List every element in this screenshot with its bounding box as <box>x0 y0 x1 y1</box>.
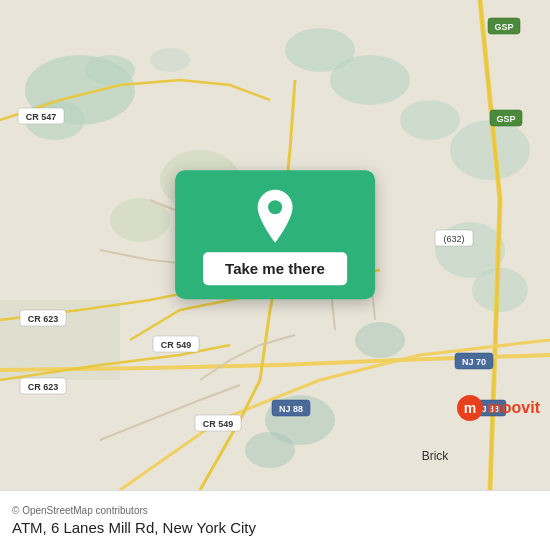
popup-card: Take me there <box>175 170 375 299</box>
take-me-there-button[interactable]: Take me there <box>203 252 347 285</box>
svg-text:m: m <box>463 400 475 416</box>
svg-text:Brick: Brick <box>422 449 450 463</box>
svg-text:CR 549: CR 549 <box>203 419 234 429</box>
svg-point-3 <box>85 55 135 85</box>
svg-point-7 <box>400 100 460 140</box>
svg-text:CR 549: CR 549 <box>161 340 192 350</box>
svg-text:CR 623: CR 623 <box>28 314 59 324</box>
svg-point-4 <box>150 48 190 72</box>
svg-point-11 <box>355 322 405 358</box>
svg-point-8 <box>450 120 530 180</box>
svg-text:CR 623: CR 623 <box>28 382 59 392</box>
svg-text:GSP: GSP <box>494 22 513 32</box>
map-container: CR 547 CR 623 CR 623 CR 549 CR 549 CR 54… <box>0 0 550 490</box>
svg-text:NJ 70: NJ 70 <box>462 357 486 367</box>
svg-text:(632): (632) <box>443 234 464 244</box>
location-title: ATM, 6 Lanes Mill Rd, New York City <box>12 519 538 536</box>
location-pin-icon <box>252 188 298 244</box>
svg-text:NJ 88: NJ 88 <box>279 404 303 414</box>
footer: © OpenStreetMap contributors ATM, 6 Lane… <box>0 490 550 550</box>
svg-text:GSP: GSP <box>496 114 515 124</box>
moovit-branding: m moovit <box>456 394 540 422</box>
moovit-icon: m <box>456 394 484 422</box>
svg-point-42 <box>268 200 282 214</box>
attribution-text: © OpenStreetMap contributors <box>12 505 538 516</box>
svg-text:CR 547: CR 547 <box>26 112 57 122</box>
svg-point-6 <box>330 55 410 105</box>
svg-point-13 <box>245 432 295 468</box>
moovit-label: moovit <box>488 399 540 417</box>
